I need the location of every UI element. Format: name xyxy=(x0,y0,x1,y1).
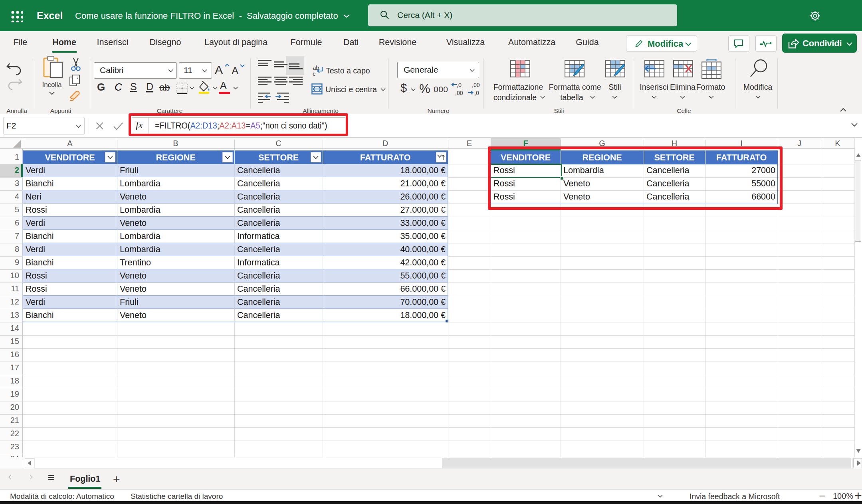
svg-text:,0: ,0 xyxy=(457,82,462,88)
svg-text:c: c xyxy=(313,70,316,77)
svg-text:,00: ,00 xyxy=(455,90,463,96)
